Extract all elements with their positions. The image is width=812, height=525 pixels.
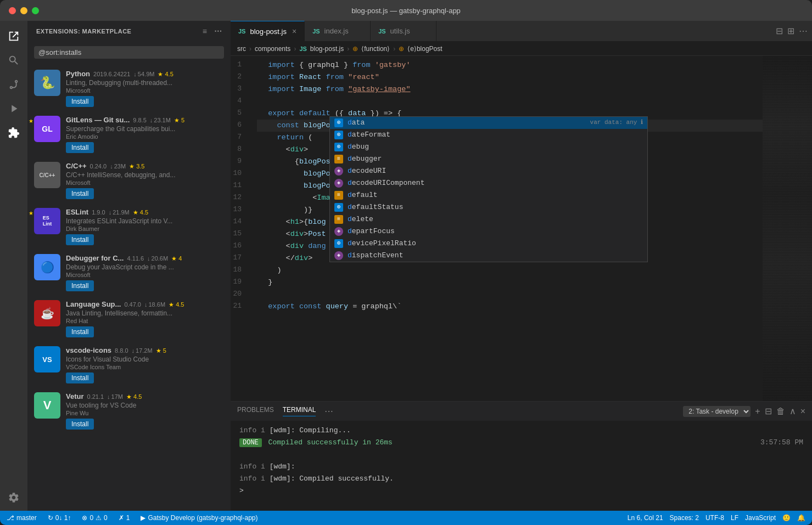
extension-item-vetur[interactable]: V Vetur 0.21.1 17M★ 4.5 Vue tooling for … — [27, 388, 231, 434]
panel-more-icon[interactable]: ⋯ — [324, 406, 333, 416]
extension-item-gitlens[interactable]: ★ GL GitLens — Git su... 9.8.5 23.1M★ 5 … — [27, 111, 231, 157]
panel-tab-problems[interactable]: PROBLEMS — [237, 406, 274, 416]
extension-item-eslint[interactable]: ★ ESLint ESLint 1.9.0 21.9M★ 4.5 Integra… — [27, 204, 231, 250]
tab-utils[interactable]: JS utils.js — [371, 21, 436, 41]
autocomplete-item-devicepixelratio[interactable]: ⊙ devicePixelRatio — [330, 238, 647, 250]
status-errors[interactable]: ⊗ 0 ⚠ 0 — [80, 514, 109, 522]
status-encoding[interactable]: UTF-8 — [703, 514, 726, 522]
activity-extensions-icon[interactable] — [3, 122, 25, 144]
autocomplete-item-delete[interactable]: ≡ delete — [330, 213, 647, 225]
tab-label-blog-post: blog-post.js — [250, 27, 286, 36]
ac-icon-departfocus: ◈ — [334, 227, 343, 236]
autocomplete-item-default[interactable]: ≡ default — [330, 189, 647, 201]
ac-icon-debugger: ≡ — [334, 155, 343, 163]
task-selector[interactable]: 2: Task - develop — [683, 406, 751, 417]
extension-item-vscode-icons[interactable]: VS vscode-icons 8.8.0 17.2M★ 5 Icons for… — [27, 342, 231, 388]
status-position[interactable]: Ln 6, Col 21 — [625, 514, 665, 522]
autocomplete-item-dispatchevent[interactable]: ◈ dispatchEvent — [330, 250, 647, 262]
panel-right-actions: 2: Task - develop + ⊟ 🗑 ∧ × — [683, 406, 805, 417]
split-terminal-icon[interactable]: ⊟ — [765, 406, 772, 416]
install-button-python[interactable]: Install — [66, 96, 94, 107]
status-language[interactable]: JavaScript — [743, 514, 778, 522]
autocomplete-item-decodeuricomponent[interactable]: ◈ decodeURIComponent — [330, 177, 647, 189]
install-button-vetur[interactable]: Install — [66, 419, 94, 430]
minimize-button[interactable] — [20, 7, 27, 14]
install-button-vscode-icons[interactable]: Install — [66, 372, 94, 383]
autocomplete-item-dateformat[interactable]: ⊙ dateFormat — [330, 129, 647, 141]
panel-tab-terminal[interactable]: TERMINAL — [283, 406, 316, 416]
ac-label-decodeuricomponent: decodeURIComponent — [348, 178, 643, 189]
more-actions-icon[interactable]: ⋯ — [214, 27, 222, 36]
tabs-bar: JS blog-post.js × JS index.js JS utils.j… — [231, 21, 812, 42]
breadcrumb-function[interactable]: ⟨function⟩ — [361, 45, 390, 53]
code-editor[interactable]: 12345 678910 1112131415 1617181920 21 im… — [231, 56, 763, 401]
split-editor-icon[interactable]: ⊟ — [776, 26, 783, 36]
minimap — [763, 56, 812, 401]
activity-scm-icon[interactable] — [3, 74, 25, 95]
ext-icon-cpp: C/C++ — [34, 162, 60, 188]
filter-icon[interactable]: ≡ — [203, 27, 208, 36]
tab-close-blog-post[interactable]: × — [292, 27, 296, 36]
sync-icon: ↻ — [48, 514, 53, 522]
close-button[interactable] — [9, 7, 16, 14]
terminal-content[interactable]: info i [wdm]: Compiling... DONE Compiled… — [231, 421, 812, 511]
panel-tabs: PROBLEMS TERMINAL ⋯ 2: Task - develop + … — [231, 402, 812, 421]
ext-info-lang-support: Language Sup... 0.47.0 18.6M★ 4.5 Java L… — [66, 300, 224, 337]
autocomplete-dropdown[interactable]: var data: any ℹ ⊙ data ⊙ dateFormat ⊙ de… — [329, 116, 648, 262]
trash-terminal-icon[interactable]: 🗑 — [776, 407, 785, 416]
status-sync[interactable]: ↻ 0↓ 1↑ — [46, 514, 74, 522]
status-emoji[interactable]: 🙂 — [780, 514, 793, 522]
breadcrumb-blog-post-fn[interactable]: ⟨e⟩blogPost — [407, 45, 442, 53]
tab-lang-js: JS — [238, 28, 245, 35]
tab-blog-post[interactable]: JS blog-post.js × — [231, 21, 305, 41]
autocomplete-item-defaultstatus[interactable]: ⊙ defaultStatus — [330, 201, 647, 213]
status-spaces[interactable]: Spaces: 2 — [668, 514, 701, 522]
extension-item-lang-support[interactable]: ☕ Language Sup... 0.47.0 18.6M★ 4.5 Java… — [27, 296, 231, 342]
install-button-cpp[interactable]: Install — [66, 188, 94, 199]
status-gatsby[interactable]: ▶ Gatsby Develop (gatsby-graphql-app) — [138, 514, 260, 522]
extension-item-python[interactable]: 🐍 Python 2019.6.24221 54.9M★ 4.5 Linting… — [27, 65, 231, 111]
more-actions-tab-icon[interactable]: ⋯ — [799, 26, 808, 36]
ac-icon-default: ≡ — [334, 191, 343, 200]
ext-icon-vscode-icons: VS — [34, 346, 60, 372]
app-container: Extensions: Marketplace ≡ ⋯ 🐍 Python 201… — [0, 21, 812, 525]
status-right: Ln 6, Col 21 Spaces: 2 UTF-8 LF JavaScri… — [625, 514, 808, 522]
extension-item-cpp[interactable]: C/C++ C/C++ 0.24.0 23M★ 3.5 C/C++ Intell… — [27, 157, 231, 204]
autocomplete-item-decodeuri[interactable]: ◈ decodeURI — [330, 165, 647, 177]
breadcrumb-file[interactable]: blog-post.js — [310, 45, 344, 53]
ext-icon-debugger: 🔵 — [34, 254, 60, 280]
ext-info-vetur: Vetur 0.21.1 17M★ 4.5 Vue tooling for VS… — [66, 392, 224, 430]
search-input[interactable] — [38, 48, 220, 57]
extension-item-debugger[interactable]: 🔵 Debugger for C... 4.11.6 20.6M★ 4 Debu… — [27, 250, 231, 296]
tab-index[interactable]: JS index.js — [305, 21, 371, 41]
toggle-sidebar-icon[interactable]: ⊞ — [787, 26, 794, 36]
autocomplete-item-departfocus[interactable]: ◈ departFocus — [330, 225, 647, 238]
breadcrumb-components[interactable]: components — [255, 45, 290, 53]
activity-search-icon[interactable] — [3, 49, 25, 71]
ac-label-departfocus: departFocus — [348, 226, 643, 238]
warning-count: 0 — [104, 514, 108, 522]
ac-label-decodeuri: decodeURI — [348, 166, 643, 177]
autocomplete-item-debug[interactable]: ⊙ debug — [330, 141, 647, 153]
install-button-lang-support[interactable]: Install — [66, 326, 94, 337]
breadcrumb-src[interactable]: src — [237, 45, 246, 53]
code-line-20 — [257, 289, 763, 301]
activity-run-icon[interactable] — [3, 98, 25, 120]
status-branch[interactable]: ⎇ master — [4, 514, 39, 522]
install-button-eslint[interactable]: Install — [66, 234, 94, 245]
window-title: blog-post.js — gatsby-graphql-app — [351, 7, 461, 15]
maximize-button[interactable] — [32, 7, 39, 14]
install-button-gitlens[interactable]: Install — [66, 142, 94, 153]
install-button-debugger[interactable]: Install — [66, 280, 94, 291]
status-bell[interactable]: 🔔 — [795, 514, 808, 522]
done-badge: DONE — [239, 438, 262, 447]
close-panel-icon[interactable]: × — [800, 407, 805, 416]
status-eol[interactable]: LF — [729, 514, 741, 522]
status-tools[interactable]: ✗ 1 — [116, 514, 132, 522]
activity-settings-icon[interactable] — [3, 489, 25, 511]
chevron-up-icon[interactable]: ∧ — [789, 406, 796, 416]
autocomplete-item-debugger[interactable]: ≡ debugger — [330, 153, 647, 165]
breadcrumb: src › components › JS blog-post.js › ⊕ ⟨… — [231, 42, 812, 56]
add-terminal-icon[interactable]: + — [755, 407, 760, 416]
activity-explorer-icon[interactable] — [3, 25, 25, 47]
